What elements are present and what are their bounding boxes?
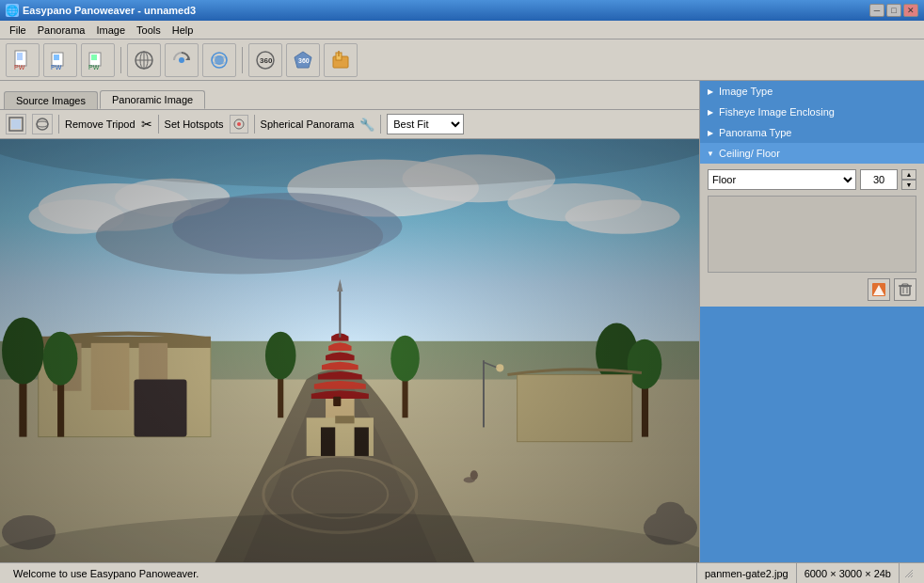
status-resize-grip: [900, 563, 918, 583]
image-tools-bar: Remove Tripod ✂ Set Hotspots Spherical P…: [0, 109, 699, 139]
open-panorama-button[interactable]: PW: [43, 43, 77, 77]
floor-select-row: Floor Ceiling Both None 30 ▲ ▼: [708, 169, 916, 190]
spinner-up[interactable]: ▲: [901, 169, 916, 180]
toolbar-sep-1: [120, 47, 121, 73]
svg-point-14: [179, 57, 184, 63]
svg-rect-7: [91, 55, 97, 60]
main-content: Source Images Panoramic Image Remove Tri…: [0, 81, 924, 562]
tab-bar: Source Images Panoramic Image: [0, 81, 699, 109]
svg-point-27: [37, 118, 48, 130]
svg-rect-26: [11, 119, 21, 129]
view-icon-1[interactable]: [6, 114, 26, 134]
svg-rect-1: [17, 53, 23, 60]
menu-help[interactable]: Help: [167, 23, 199, 38]
360-button-2[interactable]: 360: [286, 43, 320, 77]
rotate-button[interactable]: [165, 43, 199, 77]
fisheye-expand-icon: [706, 107, 715, 117]
tool-sep-4: [380, 115, 381, 134]
import-button[interactable]: [127, 43, 161, 77]
wrench-icon: 🔧: [359, 118, 374, 132]
svg-point-30: [237, 122, 241, 126]
close-button[interactable]: ✕: [903, 4, 918, 17]
floor-value-spinner[interactable]: ▲ ▼: [901, 169, 916, 190]
toolbar: PW PW PW: [0, 39, 924, 81]
360-button-1[interactable]: 360: [248, 43, 282, 77]
tool-sep-3: [254, 115, 255, 134]
menu-bar: File Panorama Image Tools Help: [0, 21, 924, 39]
svg-rect-80: [0, 139, 699, 562]
panorama-type-label: Panorama Type: [719, 127, 791, 138]
title-bar-text: Easypano Panoweaver - unnamed3: [23, 5, 196, 16]
add-floor-button[interactable]: [868, 278, 890, 301]
menu-file[interactable]: File: [4, 23, 32, 38]
svg-text:PW: PW: [51, 64, 62, 71]
title-bar-left: 🌐 Easypano Panoweaver - unnamed3: [6, 4, 196, 17]
floor-value-input[interactable]: 30: [860, 169, 898, 190]
export-button[interactable]: [324, 43, 358, 77]
panorama-type-item[interactable]: Panorama Type: [700, 122, 924, 143]
ceiling-floor-subpanel: Floor Ceiling Both None 30 ▲ ▼: [700, 164, 924, 307]
action-buttons: [708, 278, 916, 301]
new-button[interactable]: PW: [6, 43, 40, 77]
tab-source-images[interactable]: Source Images: [4, 91, 98, 109]
left-panel: Source Images Panoramic Image Remove Tri…: [0, 81, 700, 562]
fisheye-label: Fisheye Image Enclosing: [719, 106, 835, 118]
view-button[interactable]: [202, 43, 236, 77]
status-filename: panmen-gate2.jpg: [697, 563, 797, 583]
view-select[interactable]: Best Fit Actual Size Fit Width Fit Heigh…: [387, 114, 464, 134]
svg-text:360: 360: [298, 57, 310, 64]
app-icon: 🌐: [6, 4, 19, 17]
menu-tools[interactable]: Tools: [131, 23, 167, 38]
minimize-button[interactable]: ─: [869, 4, 884, 17]
tool-sep-2: [158, 115, 159, 134]
hotspot-icon[interactable]: [230, 115, 248, 134]
view-dropdown: Best Fit Actual Size Fit Width Fit Heigh…: [387, 114, 464, 134]
ceiling-floor-expand-icon: [706, 149, 715, 158]
svg-rect-4: [54, 55, 59, 60]
floor-type-select[interactable]: Floor Ceiling Both None: [708, 169, 856, 190]
ceiling-floor-item[interactable]: Ceiling/ Floor: [700, 143, 924, 164]
floor-preview-box: [708, 196, 916, 273]
svg-line-92: [911, 575, 913, 577]
status-message: Welcome to use Easypano Panoweaver.: [6, 563, 697, 583]
menu-image[interactable]: Image: [91, 23, 132, 38]
image-type-item[interactable]: Image Type: [700, 81, 924, 102]
status-bar: Welcome to use Easypano Panoweaver. panm…: [0, 562, 924, 583]
panorama-type-expand-icon: [706, 128, 715, 137]
toolbar-sep-2: [242, 47, 243, 73]
svg-text:PW: PW: [14, 64, 25, 71]
svg-point-28: [37, 121, 48, 127]
set-hotspots-label: Set Hotspots: [165, 118, 224, 130]
spinner-down[interactable]: ▼: [901, 180, 916, 190]
save-panorama-button[interactable]: PW: [81, 43, 115, 77]
maximize-button[interactable]: □: [886, 4, 901, 17]
right-panel: Image Type Fisheye Image Enclosing Panor…: [700, 81, 924, 562]
status-dimensions: 6000 × 3000 × 24b: [797, 563, 900, 583]
title-bar-controls[interactable]: ─ □ ✕: [869, 4, 918, 17]
image-type-expand-icon: [706, 87, 715, 96]
remove-tripod-label: Remove Tripod: [65, 118, 135, 130]
panorama-view: [0, 139, 699, 562]
tab-panoramic-image[interactable]: Panoramic Image: [100, 90, 205, 109]
svg-text:360: 360: [260, 56, 273, 65]
menu-panorama[interactable]: Panorama: [32, 23, 91, 38]
title-bar: 🌐 Easypano Panoweaver - unnamed3 ─ □ ✕: [0, 0, 924, 21]
svg-text:PW: PW: [88, 64, 100, 71]
tool-sep-1: [58, 115, 59, 134]
view-icon-2[interactable]: [32, 114, 53, 134]
spherical-panorama-label: Spherical Panorama: [261, 118, 355, 130]
fisheye-item[interactable]: Fisheye Image Enclosing: [700, 102, 924, 122]
image-type-label: Image Type: [719, 86, 773, 97]
scissors-icon: ✂: [141, 117, 152, 132]
ceiling-floor-label: Ceiling/ Floor: [719, 148, 780, 159]
delete-floor-button[interactable]: [894, 278, 916, 301]
